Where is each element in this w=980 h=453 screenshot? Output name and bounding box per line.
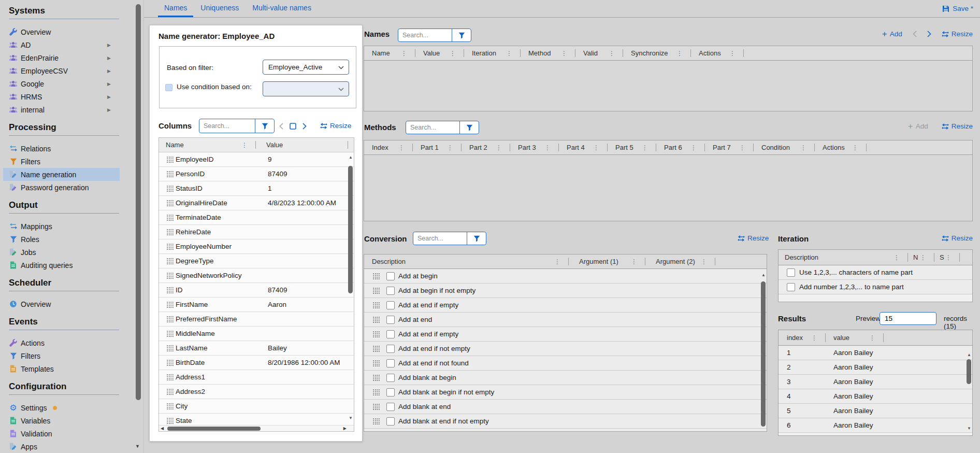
columns-resize-button[interactable]: Resize bbox=[320, 122, 351, 130]
drag-handle-icon[interactable] bbox=[372, 389, 380, 395]
conversion-checkbox[interactable] bbox=[386, 374, 395, 382]
conversion-checkbox[interactable] bbox=[386, 301, 395, 309]
column-menu-icon[interactable]: ⋮ bbox=[800, 145, 806, 151]
use-condition-checkbox[interactable] bbox=[165, 84, 172, 91]
names-prev-icon[interactable] bbox=[913, 31, 917, 37]
sidebar-item-mappings[interactable]: Mappings bbox=[3, 220, 120, 233]
conversion-checkbox[interactable] bbox=[386, 316, 395, 324]
conversion-checkbox[interactable] bbox=[386, 330, 395, 338]
drag-handle-icon[interactable] bbox=[166, 301, 174, 308]
drag-handle-icon[interactable] bbox=[166, 359, 174, 366]
drag-handle-icon[interactable] bbox=[166, 330, 174, 337]
conversion-checkbox[interactable] bbox=[386, 287, 395, 295]
scroll-up-icon[interactable]: ▲ bbox=[761, 273, 766, 277]
drag-handle-icon[interactable] bbox=[372, 418, 380, 424]
column-menu-icon[interactable]: ⋮ bbox=[593, 145, 599, 151]
column-menu-icon[interactable]: ⋮ bbox=[506, 50, 512, 56]
drag-handle-icon[interactable] bbox=[166, 374, 174, 380]
drag-handle-icon[interactable] bbox=[166, 287, 174, 293]
sidebar-item-employeecsv[interactable]: EmployeeCSV▶ bbox=[3, 64, 120, 77]
drag-handle-icon[interactable] bbox=[166, 345, 174, 351]
scroll-down-icon[interactable]: ▼ bbox=[135, 444, 140, 449]
scroll-up-icon[interactable]: ▲ bbox=[349, 155, 353, 160]
columns-hscroll-thumb[interactable] bbox=[167, 427, 261, 431]
column-menu-icon[interactable]: ⋮ bbox=[811, 335, 817, 341]
column-menu-icon[interactable]: ⋮ bbox=[561, 50, 567, 56]
conversion-checkbox[interactable] bbox=[386, 272, 395, 280]
sidebar-item-relations[interactable]: Relations bbox=[3, 142, 120, 155]
scroll-down-icon[interactable]: ▼ bbox=[349, 416, 353, 420]
columns-hscrollbar[interactable]: ◀ ▶ bbox=[159, 425, 354, 431]
methods-search-input[interactable] bbox=[406, 121, 459, 134]
methods-add-button[interactable]: +Add bbox=[908, 122, 928, 131]
drag-handle-icon[interactable] bbox=[166, 403, 174, 409]
conversion-resize-button[interactable]: Resize bbox=[738, 234, 769, 242]
conversion-vscroll-thumb[interactable] bbox=[761, 281, 766, 427]
sidebar-item-ad[interactable]: AD▶ bbox=[3, 38, 120, 51]
column-menu-icon[interactable]: ⋮ bbox=[893, 254, 900, 261]
drag-handle-icon[interactable] bbox=[372, 345, 380, 352]
save-button[interactable]: Save * bbox=[942, 0, 973, 17]
sidebar-item-google[interactable]: Google▶ bbox=[3, 77, 120, 90]
conversion-filter-button[interactable] bbox=[467, 232, 486, 245]
sidebar-item-variables[interactable]: Variables bbox=[3, 414, 120, 427]
drag-handle-icon[interactable] bbox=[372, 302, 380, 308]
column-menu-icon[interactable]: ⋮ bbox=[401, 50, 407, 56]
conversion-checkbox[interactable] bbox=[386, 417, 395, 426]
sidebar-item-settings[interactable]: ⚙Settings bbox=[3, 401, 120, 414]
column-menu-icon[interactable]: ⋮ bbox=[544, 145, 551, 151]
tab-multi-value-names[interactable]: Multi-value names bbox=[246, 0, 318, 17]
drag-handle-icon[interactable] bbox=[372, 273, 380, 279]
column-menu-icon[interactable]: ⋮ bbox=[398, 145, 405, 151]
drag-handle-icon[interactable] bbox=[372, 287, 380, 294]
drag-handle-icon[interactable] bbox=[166, 200, 174, 206]
drag-handle-icon[interactable] bbox=[372, 374, 380, 381]
drag-handle-icon[interactable] bbox=[372, 316, 380, 323]
sidebar-item-auditing-queries[interactable]: Auditing queries bbox=[3, 259, 120, 272]
based-on-filter-select[interactable]: Employee_Active bbox=[263, 60, 349, 75]
names-search-input[interactable] bbox=[398, 29, 452, 41]
drag-handle-icon[interactable] bbox=[166, 229, 174, 235]
column-menu-icon[interactable]: ⋮ bbox=[920, 254, 926, 261]
column-menu-icon[interactable]: ⋮ bbox=[676, 50, 683, 56]
column-menu-icon[interactable]: ⋮ bbox=[609, 50, 615, 56]
column-menu-icon[interactable]: ⋮ bbox=[554, 259, 560, 265]
drag-handle-icon[interactable] bbox=[166, 272, 174, 279]
conversion-checkbox[interactable] bbox=[386, 403, 395, 411]
scroll-up-icon[interactable]: ▲ bbox=[967, 353, 971, 357]
column-menu-icon[interactable]: ⋮ bbox=[631, 259, 637, 265]
tab-uniqueness[interactable]: Uniqueness bbox=[194, 0, 245, 17]
sidebar-item-validation[interactable]: Validation bbox=[3, 427, 120, 440]
sidebar-item-edenprairie[interactable]: EdenPrairie▶ bbox=[3, 51, 120, 64]
tab-names[interactable]: Names bbox=[158, 0, 193, 17]
page-next-icon[interactable] bbox=[302, 123, 307, 130]
iteration-checkbox[interactable] bbox=[787, 268, 795, 277]
sidebar-item-overview[interactable]: Overview bbox=[3, 25, 120, 38]
sidebar-item-templates[interactable]: Templates bbox=[3, 362, 120, 375]
sidebar-item-actions[interactable]: Actions bbox=[3, 336, 120, 349]
methods-filter-button[interactable] bbox=[459, 121, 479, 134]
page-current-icon[interactable] bbox=[290, 123, 296, 130]
results-vscroll-thumb[interactable] bbox=[967, 359, 971, 384]
sidebar-item-filters[interactable]: Filters bbox=[3, 349, 120, 362]
sidebar-scrollbar[interactable]: ▼ bbox=[134, 0, 143, 453]
drag-handle-icon[interactable] bbox=[372, 331, 380, 337]
sidebar-item-apps[interactable]: Apps bbox=[3, 440, 120, 453]
page-prev-icon[interactable] bbox=[279, 123, 283, 130]
names-resize-button[interactable]: Resize bbox=[942, 30, 973, 38]
sidebar-item-name-generation[interactable]: Name generation bbox=[3, 168, 120, 181]
conversion-checkbox[interactable] bbox=[386, 345, 395, 353]
conversion-search-input[interactable] bbox=[413, 232, 467, 245]
conversion-checkbox[interactable] bbox=[386, 359, 395, 367]
sidebar-item-jobs[interactable]: Jobs bbox=[3, 246, 120, 259]
scroll-left-icon[interactable]: ◀ bbox=[161, 427, 164, 431]
scroll-right-icon[interactable]: ▶ bbox=[343, 427, 347, 431]
columns-search-input[interactable] bbox=[199, 119, 255, 133]
column-menu-icon[interactable]: ⋮ bbox=[852, 145, 858, 151]
column-menu-icon[interactable]: ⋮ bbox=[945, 254, 952, 261]
column-menu-icon[interactable]: ⋮ bbox=[701, 259, 707, 265]
drag-handle-icon[interactable] bbox=[166, 243, 174, 250]
sidebar-item-overview[interactable]: Overview bbox=[3, 298, 120, 310]
drag-handle-icon[interactable] bbox=[372, 403, 380, 410]
sidebar-item-roles[interactable]: Roles bbox=[3, 233, 120, 246]
